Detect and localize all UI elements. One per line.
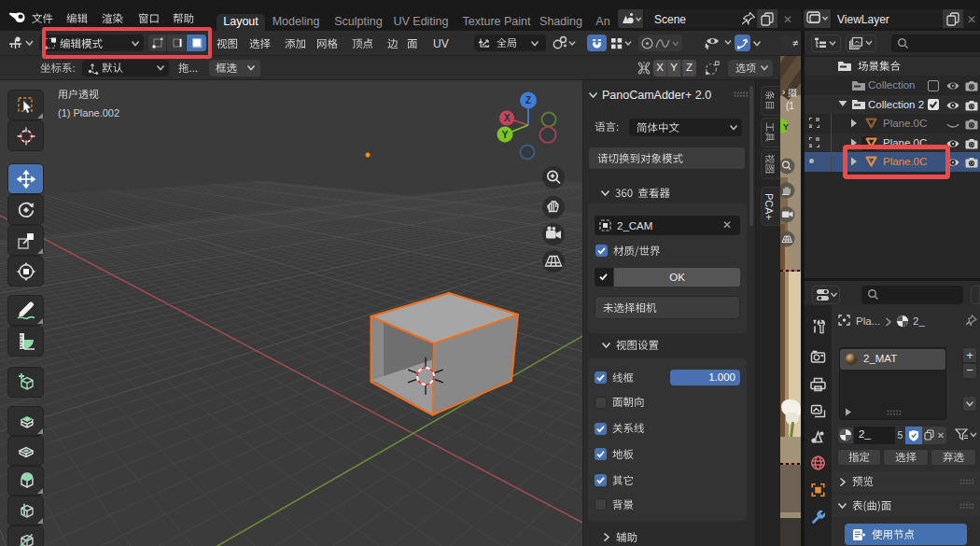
svg-text:X: X	[504, 113, 511, 123]
svg-text:Z: Z	[525, 95, 531, 105]
svg-text:Y: Y	[502, 130, 509, 140]
svg-text:Y: Y	[783, 122, 789, 132]
